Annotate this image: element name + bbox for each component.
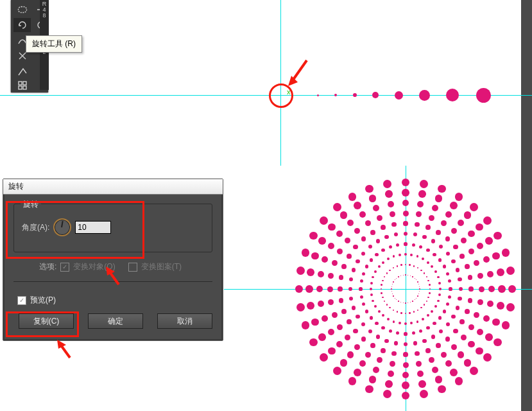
spiral-dot[interactable] [415, 299, 415, 300]
spiral-dot[interactable] [443, 310, 446, 313]
spiral-dot[interactable] [403, 302, 404, 303]
spiral-dot[interactable] [328, 329, 334, 335]
spiral-dot[interactable] [333, 203, 341, 211]
spiral-dot[interactable] [468, 249, 474, 254]
spiral-dot[interactable] [412, 276, 413, 277]
spiral-dot[interactable] [506, 303, 515, 311]
spiral-dot[interactable] [413, 232, 417, 236]
spiral-dot[interactable] [361, 337, 366, 342]
spiral-dot[interactable] [437, 276, 440, 279]
spiral-dot[interactable] [362, 272, 365, 275]
spiral-dot[interactable] [385, 380, 393, 388]
spiral-dot[interactable] [468, 275, 473, 280]
spiral-dot[interactable] [347, 319, 352, 324]
spiral-dot[interactable] [465, 309, 470, 314]
spiral-dot[interactable] [398, 301, 399, 301]
spiral-dot[interactable] [392, 293, 393, 294]
spiral-dot[interactable] [422, 235, 426, 239]
spiral-dot[interactable] [402, 200, 409, 206]
spiral-dot[interactable] [418, 190, 426, 198]
spiral-dot[interactable] [377, 357, 382, 363]
spiral-dot[interactable] [372, 300, 374, 302]
spiral-dot[interactable] [474, 312, 479, 318]
spiral-dot[interactable] [435, 376, 443, 383]
spiral-dot[interactable] [391, 288, 391, 289]
angle-input[interactable] [75, 221, 111, 234]
spiral-dot[interactable] [443, 265, 446, 268]
spiral-dot[interactable] [349, 277, 353, 281]
spiral-dot[interactable] [396, 299, 397, 300]
spiral-dot[interactable] [419, 286, 420, 287]
spiral-dot[interactable] [391, 291, 392, 292]
spiral-dot[interactable] [461, 335, 467, 340]
spiral-dot[interactable] [359, 211, 366, 218]
spiral-dot[interactable] [394, 341, 398, 345]
spiral-dot[interactable] [352, 268, 356, 272]
spiral-dot[interactable] [348, 193, 357, 201]
spiral-dot[interactable] [419, 291, 420, 292]
spiral-dot[interactable] [372, 276, 374, 279]
spiral-dot[interactable] [438, 293, 441, 296]
spiral-dot[interactable] [422, 339, 426, 343]
spiral-dot[interactable] [392, 284, 393, 284]
spiral-dot[interactable] [417, 295, 418, 296]
spiral-dot[interactable] [369, 195, 377, 202]
spiral-dot[interactable] [483, 256, 490, 263]
spiral-dot[interactable] [453, 329, 458, 334]
spiral-dot[interactable] [393, 267, 395, 269]
spiral-dot[interactable] [425, 348, 431, 353]
spiral-dot[interactable] [497, 268, 504, 276]
spiral-dot[interactable] [376, 239, 380, 243]
spiral-dot[interactable] [419, 245, 422, 249]
spiral-dot[interactable] [451, 344, 457, 350]
spiral-dot[interactable] [403, 352, 408, 357]
spiral-dot[interactable] [341, 264, 347, 269]
spiral-dot[interactable] [347, 351, 354, 358]
spiral-dot[interactable] [435, 195, 443, 202]
dot[interactable] [419, 90, 430, 101]
spiral-dot[interactable] [468, 341, 474, 347]
spiral-dot[interactable] [328, 223, 336, 231]
spiral-dot[interactable] [375, 253, 378, 256]
spiral-dot[interactable] [404, 253, 407, 256]
spiral-dot[interactable] [389, 329, 392, 333]
dot[interactable] [395, 91, 403, 100]
spiral-dot[interactable] [455, 193, 463, 201]
spiral-dot[interactable] [373, 205, 379, 211]
spiral-dot[interactable] [328, 243, 334, 249]
spiral-dot[interactable] [337, 249, 343, 254]
spiral-dot[interactable] [493, 338, 502, 347]
spiral-dot[interactable] [459, 254, 465, 259]
spiral-dot[interactable] [370, 316, 373, 319]
spiral-dot[interactable] [400, 264, 402, 266]
spiral-dot[interactable] [376, 335, 380, 338]
spiral-dot[interactable] [408, 302, 408, 303]
spiral-dot[interactable] [431, 239, 435, 243]
spiral-dot[interactable] [405, 274, 406, 275]
spiral-dot[interactable] [446, 252, 450, 256]
spiral-dot[interactable] [390, 211, 395, 217]
spiral-dot[interactable] [416, 320, 419, 323]
spiral-dot[interactable] [417, 371, 424, 377]
spiral-dot[interactable] [378, 265, 381, 268]
spiral-dot[interactable] [386, 304, 388, 306]
spiral-dot[interactable] [412, 243, 415, 247]
spiral-dot[interactable] [427, 314, 429, 317]
spiral-dot[interactable] [458, 351, 464, 358]
spiral-dot[interactable] [368, 245, 372, 249]
spiral-dot[interactable] [402, 372, 409, 378]
spiral-dot[interactable] [464, 359, 472, 367]
spiral-dot[interactable] [485, 333, 493, 341]
spiral-dot[interactable] [468, 324, 474, 330]
spiral-dot[interactable] [391, 222, 397, 227]
spiral-dot[interactable] [483, 216, 492, 225]
spiral-dot[interactable] [365, 385, 373, 394]
spiral-dot[interactable] [389, 270, 391, 272]
spiral-dot[interactable] [341, 309, 347, 314]
spiral-dot[interactable] [417, 201, 424, 207]
spiral-dot[interactable] [375, 322, 378, 325]
spiral-dot[interactable] [332, 260, 338, 266]
spiral-dot[interactable] [396, 278, 397, 279]
spiral-dot[interactable] [365, 220, 371, 226]
spiral-dot[interactable] [458, 220, 464, 226]
